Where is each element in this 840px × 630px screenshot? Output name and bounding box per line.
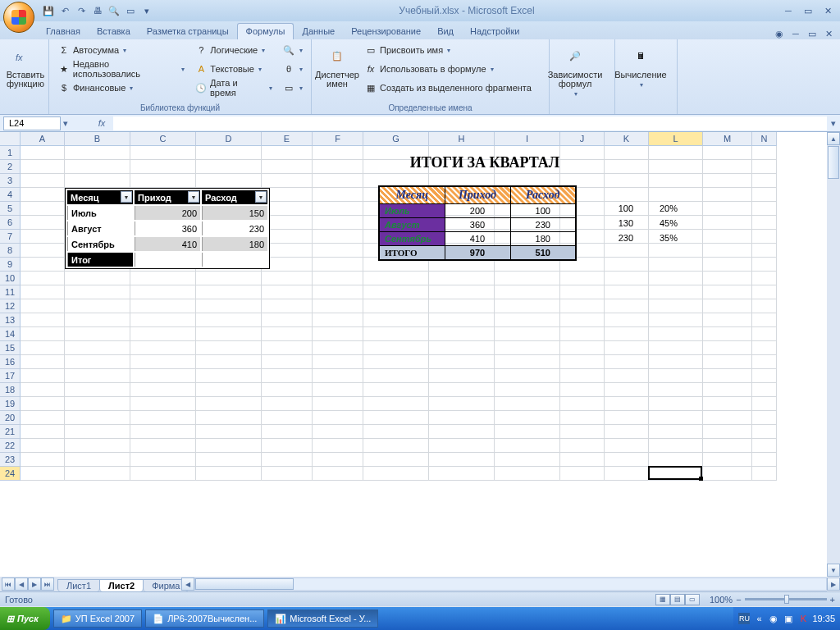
row-header[interactable]: 3 xyxy=(0,174,21,188)
lookup-button[interactable]: 🔍 xyxy=(279,41,306,59)
ribbon-tab-0[interactable]: Главная xyxy=(38,24,89,39)
recent-button[interactable]: ★Недавно использовались xyxy=(54,60,188,78)
col-header[interactable]: J xyxy=(560,132,605,146)
define-name-button[interactable]: ▭Присвоить имя xyxy=(361,41,535,59)
col-header[interactable]: E xyxy=(262,132,313,146)
help-icon[interactable]: ◉ xyxy=(773,28,786,39)
lang-indicator[interactable]: RU xyxy=(738,613,750,624)
office-button[interactable] xyxy=(3,2,34,33)
taskbar-item[interactable]: 📄ЛР6-2007Вычислен... xyxy=(145,609,264,628)
scroll-up-button[interactable]: ▲ xyxy=(827,132,840,145)
tray-icon-2[interactable]: ▣ xyxy=(783,613,794,624)
doc-minimize-icon[interactable]: ─ xyxy=(789,28,802,39)
view-layout-button[interactable]: ▤ xyxy=(670,594,685,605)
qat-preview-icon[interactable]: 🔍 xyxy=(107,3,121,18)
zoom-level[interactable]: 100% xyxy=(710,595,733,605)
name-box[interactable]: L24 xyxy=(3,116,61,130)
row-header[interactable]: 4 xyxy=(0,188,21,202)
financial-button[interactable]: $Финансовые xyxy=(54,79,188,97)
fx-bar-icon[interactable]: fx xyxy=(94,118,110,128)
create-from-selection-button[interactable]: ▦Создать из выделенного фрагмента xyxy=(361,79,535,97)
scroll-left-button[interactable]: ◀ xyxy=(181,578,194,591)
clock[interactable]: 19:35 xyxy=(812,614,835,623)
col-header[interactable]: F xyxy=(313,132,363,146)
formula-auditing-button[interactable]: 🔎 Зависимости формул xyxy=(555,41,596,99)
insert-function-button[interactable]: fx Вставить функцию xyxy=(5,41,46,90)
namebox-dropdown[interactable]: ▾ xyxy=(61,118,71,129)
maximize-button[interactable]: ▭ xyxy=(799,4,817,17)
select-all-corner[interactable] xyxy=(0,132,21,146)
row-header[interactable]: 5 xyxy=(0,202,21,216)
zoom-slider[interactable] xyxy=(745,598,827,600)
col-header[interactable]: K xyxy=(605,132,649,146)
vertical-scrollbar[interactable]: ▲ ▼ xyxy=(827,132,840,577)
ribbon-tab-5[interactable]: Рецензирование xyxy=(343,24,429,39)
name-manager-button[interactable]: 📋 Диспетчер имен xyxy=(317,41,358,90)
minimize-button[interactable]: ─ xyxy=(779,4,797,17)
horizontal-scrollbar[interactable]: ◀ ▶ xyxy=(194,578,827,591)
ribbon-tab-1[interactable]: Вставка xyxy=(89,24,139,39)
taskbar-item[interactable]: 📊Microsoft Excel - У... xyxy=(267,609,378,628)
col-header[interactable]: C xyxy=(130,132,196,146)
tray-expand-icon[interactable]: « xyxy=(753,613,765,624)
row-header[interactable]: 20 xyxy=(0,411,21,425)
row-header[interactable]: 2 xyxy=(0,160,21,174)
col-header[interactable]: N xyxy=(752,132,777,146)
row-header[interactable]: 6 xyxy=(0,216,21,230)
row-header[interactable]: 16 xyxy=(0,355,21,369)
autosum-button[interactable]: ΣАвтосумма xyxy=(54,41,188,59)
tray-icon-1[interactable]: ◉ xyxy=(768,613,779,624)
col-header[interactable]: M xyxy=(703,132,752,146)
tray-antivirus-icon[interactable]: K xyxy=(797,613,809,624)
taskbar-item[interactable]: 📁УП Excel 2007 xyxy=(53,609,142,628)
row-header[interactable]: 12 xyxy=(0,299,21,313)
row-header[interactable]: 19 xyxy=(0,397,21,411)
logical-button[interactable]: ?Логические xyxy=(191,41,276,59)
row-header[interactable]: 7 xyxy=(0,230,21,244)
ribbon-tab-4[interactable]: Данные xyxy=(294,24,343,39)
row-header[interactable]: 14 xyxy=(0,327,21,341)
doc-restore-icon[interactable]: ▭ xyxy=(806,28,819,39)
tab-first-button[interactable]: ⏮ xyxy=(2,578,15,591)
more-button[interactable]: ▭ xyxy=(279,79,306,97)
qat-print-icon[interactable]: 🖶 xyxy=(90,3,105,18)
col-header[interactable]: G xyxy=(363,132,429,146)
ribbon-tab-6[interactable]: Вид xyxy=(429,24,462,39)
row-header[interactable]: 15 xyxy=(0,341,21,355)
row-header[interactable]: 21 xyxy=(0,425,21,439)
column-headers[interactable]: ABCDEFGHIJKLMN xyxy=(21,132,777,146)
datetime-button[interactable]: 🕓Дата и время xyxy=(191,79,276,97)
row-headers[interactable]: 123456789101112131415161718192021222324 xyxy=(0,146,21,481)
qat-new-icon[interactable]: ▭ xyxy=(123,3,138,18)
worksheet-area[interactable]: ABCDEFGHIJKLMN 1234567891011121314151617… xyxy=(0,132,840,591)
filter-button[interactable]: ▼ xyxy=(121,191,132,203)
row-header[interactable]: 1 xyxy=(0,146,21,160)
row-header[interactable]: 23 xyxy=(0,453,21,467)
filter-button[interactable]: ▼ xyxy=(188,191,199,203)
col-header[interactable]: H xyxy=(429,132,495,146)
view-pagebreak-button[interactable]: ▭ xyxy=(685,594,700,605)
calculation-button[interactable]: 🖩 Вычисление xyxy=(620,41,661,90)
math-button[interactable]: θ xyxy=(279,60,306,78)
row-header[interactable]: 13 xyxy=(0,313,21,327)
tab-prev-button[interactable]: ◀ xyxy=(15,578,28,591)
text-button[interactable]: AТекстовые xyxy=(191,60,276,78)
row-header[interactable]: 10 xyxy=(0,272,21,285)
zoom-in-button[interactable]: + xyxy=(830,595,835,605)
row-header[interactable]: 11 xyxy=(0,285,21,299)
close-button[interactable]: ✕ xyxy=(819,4,837,17)
col-header[interactable]: I xyxy=(495,132,560,146)
col-header[interactable]: B xyxy=(65,132,130,146)
start-button[interactable]: ⊞Пуск xyxy=(0,607,50,630)
sheet-tab[interactable]: Лист2 xyxy=(99,579,144,591)
use-in-formula-button[interactable]: fxИспользовать в формуле xyxy=(361,60,535,78)
filter-button[interactable]: ▼ xyxy=(255,191,267,203)
row-header[interactable]: 9 xyxy=(0,258,21,272)
row-header[interactable]: 18 xyxy=(0,383,21,397)
formula-expand-icon[interactable]: ▾ xyxy=(827,118,840,129)
row-header[interactable]: 24 xyxy=(0,467,21,481)
qat-open-icon[interactable]: ▾ xyxy=(139,3,154,18)
hscroll-thumb[interactable] xyxy=(195,578,294,590)
qat-redo-icon[interactable]: ↷ xyxy=(74,3,89,18)
zoom-slider-thumb[interactable] xyxy=(784,595,789,604)
